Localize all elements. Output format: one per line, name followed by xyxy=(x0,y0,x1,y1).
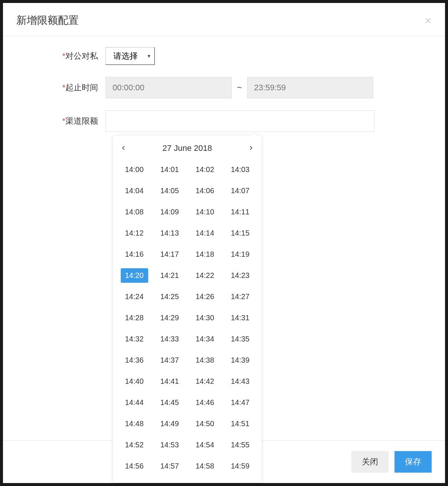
time-option[interactable]: 14:13 xyxy=(156,226,184,240)
time-option[interactable]: 14:04 xyxy=(121,184,148,198)
required-marker: * xyxy=(62,51,65,61)
time-picker-grid: 14:0014:0114:0214:0314:0414:0514:0614:07… xyxy=(113,157,262,483)
channel-quota-input[interactable] xyxy=(105,110,374,132)
time-picker-title: 27 June 2018 xyxy=(162,143,212,153)
time-picker-row: 14:1214:1314:1414:15 xyxy=(117,223,258,244)
time-option[interactable]: 14:51 xyxy=(227,417,254,431)
time-option[interactable]: 14:27 xyxy=(227,289,254,304)
time-option[interactable]: 14:54 xyxy=(191,438,219,452)
time-option[interactable]: 14:48 xyxy=(121,417,148,431)
time-option[interactable]: 14:56 xyxy=(121,459,148,473)
time-picker-row: 14:3214:3314:3414:35 xyxy=(117,328,258,350)
time-option[interactable]: 14:33 xyxy=(156,332,184,346)
label-public-private: *对公对私 xyxy=(16,51,105,62)
time-option[interactable]: 14:14 xyxy=(191,226,219,240)
time-option[interactable]: 14:43 xyxy=(227,374,254,389)
time-picker-row: 14:4414:4514:4614:47 xyxy=(117,392,258,413)
time-option[interactable]: 14:26 xyxy=(191,289,219,304)
time-picker-row: 14:2414:2514:2614:27 xyxy=(117,286,258,307)
time-option[interactable]: 14:29 xyxy=(156,311,184,325)
time-option[interactable]: 14:30 xyxy=(191,311,219,325)
time-option[interactable]: 14:42 xyxy=(191,374,219,389)
time-picker-row: 14:0814:0914:1014:11 xyxy=(117,201,258,223)
time-option[interactable]: 14:46 xyxy=(191,395,219,410)
time-option[interactable]: 14:25 xyxy=(156,289,184,304)
time-option[interactable]: 14:59 xyxy=(227,459,254,473)
required-marker: * xyxy=(62,83,65,92)
row-public-private: *对公对私 请选择 ▼ xyxy=(16,47,432,65)
time-option[interactable]: 14:34 xyxy=(191,332,219,346)
time-picker-row: 14:4014:4114:4214:43 xyxy=(117,371,258,392)
time-option[interactable]: 14:47 xyxy=(227,395,254,410)
time-option[interactable]: 14:21 xyxy=(156,268,184,283)
time-picker-row: 14:5614:5714:5814:59 xyxy=(117,456,258,477)
time-option[interactable]: 14:55 xyxy=(227,438,254,452)
label-time-range-text: 起止时间 xyxy=(65,83,98,92)
time-option[interactable]: 14:58 xyxy=(191,459,219,473)
time-option[interactable]: 14:40 xyxy=(121,374,148,389)
time-option[interactable]: 14:03 xyxy=(227,162,254,177)
time-option[interactable]: 14:11 xyxy=(227,205,254,219)
time-option[interactable]: 14:52 xyxy=(121,438,148,452)
time-option[interactable]: 14:08 xyxy=(121,205,148,219)
time-option[interactable]: 14:01 xyxy=(156,162,184,177)
time-option[interactable]: 14:38 xyxy=(191,353,219,367)
time-option[interactable]: 14:57 xyxy=(156,459,184,473)
time-option[interactable]: 14:22 xyxy=(191,268,219,283)
time-option[interactable]: 14:12 xyxy=(121,226,148,240)
start-time-input[interactable] xyxy=(105,77,232,98)
time-option[interactable]: 14:16 xyxy=(121,247,148,262)
label-channel-quota: *渠道限额 xyxy=(16,116,105,127)
time-option[interactable]: 14:02 xyxy=(191,162,219,177)
time-option[interactable]: 14:37 xyxy=(156,353,184,367)
time-option[interactable]: 14:20 xyxy=(121,268,148,283)
time-option[interactable]: 14:24 xyxy=(121,289,148,304)
time-option[interactable]: 14:15 xyxy=(227,226,254,240)
time-picker-next-icon[interactable] xyxy=(245,142,256,154)
time-picker-prev-icon[interactable] xyxy=(118,142,129,154)
time-picker-row: 14:0414:0514:0614:07 xyxy=(117,180,258,201)
time-option[interactable]: 14:49 xyxy=(156,417,184,431)
time-option[interactable]: 14:50 xyxy=(191,417,219,431)
time-option[interactable]: 14:53 xyxy=(156,438,184,452)
close-icon[interactable]: × xyxy=(425,14,432,26)
modal-title: 新增限额配置 xyxy=(16,13,79,27)
label-time-range: *起止时间 xyxy=(16,82,105,93)
time-option[interactable]: 14:32 xyxy=(121,332,148,346)
required-marker: * xyxy=(62,116,65,126)
time-option[interactable]: 14:07 xyxy=(227,184,254,198)
time-picker-row: 14:0014:0114:0214:03 xyxy=(117,159,258,180)
time-option[interactable]: 14:00 xyxy=(121,162,148,177)
time-range-separator: ~ xyxy=(237,83,242,93)
label-channel-quota-text: 渠道限额 xyxy=(65,116,98,126)
time-picker-row: 14:2814:2914:3014:31 xyxy=(117,307,258,328)
time-option[interactable]: 14:09 xyxy=(156,205,184,219)
time-option[interactable]: 14:35 xyxy=(227,332,254,346)
time-option[interactable]: 14:45 xyxy=(156,395,184,410)
time-option[interactable]: 14:36 xyxy=(121,353,148,367)
time-picker-row: 14:2014:2114:2214:23 xyxy=(117,265,258,286)
modal-body: *对公对私 请选择 ▼ *起止时间 ~ *渠道限额 xyxy=(3,36,445,440)
time-option[interactable]: 14:05 xyxy=(156,184,184,198)
time-option[interactable]: 14:10 xyxy=(191,205,219,219)
time-option[interactable]: 14:31 xyxy=(227,311,254,325)
time-option[interactable]: 14:18 xyxy=(191,247,219,262)
modal-add-quota-config: 新增限额配置 × *对公对私 请选择 ▼ *起止时间 ~ *渠道 xyxy=(3,3,445,483)
save-button[interactable]: 保存 xyxy=(395,451,432,473)
select-public-private[interactable]: 请选择 xyxy=(105,47,155,65)
row-channel-quota: *渠道限额 xyxy=(16,110,432,132)
close-button[interactable]: 关闭 xyxy=(351,451,389,473)
row-time-range: *起止时间 ~ xyxy=(16,77,432,98)
time-option[interactable]: 14:06 xyxy=(191,184,219,198)
time-option[interactable]: 14:41 xyxy=(156,374,184,389)
time-option[interactable]: 14:39 xyxy=(227,353,254,367)
time-option[interactable]: 14:17 xyxy=(156,247,184,262)
time-option[interactable]: 14:28 xyxy=(121,311,148,325)
time-option[interactable]: 14:23 xyxy=(227,268,254,283)
time-picker-row: 14:1614:1714:1814:19 xyxy=(117,244,258,265)
time-option[interactable]: 14:19 xyxy=(227,247,254,262)
time-picker-row: 14:3614:3714:3814:39 xyxy=(117,350,258,371)
modal-header: 新增限额配置 × xyxy=(3,3,445,36)
time-option[interactable]: 14:44 xyxy=(121,395,148,410)
end-time-input[interactable] xyxy=(247,77,373,98)
